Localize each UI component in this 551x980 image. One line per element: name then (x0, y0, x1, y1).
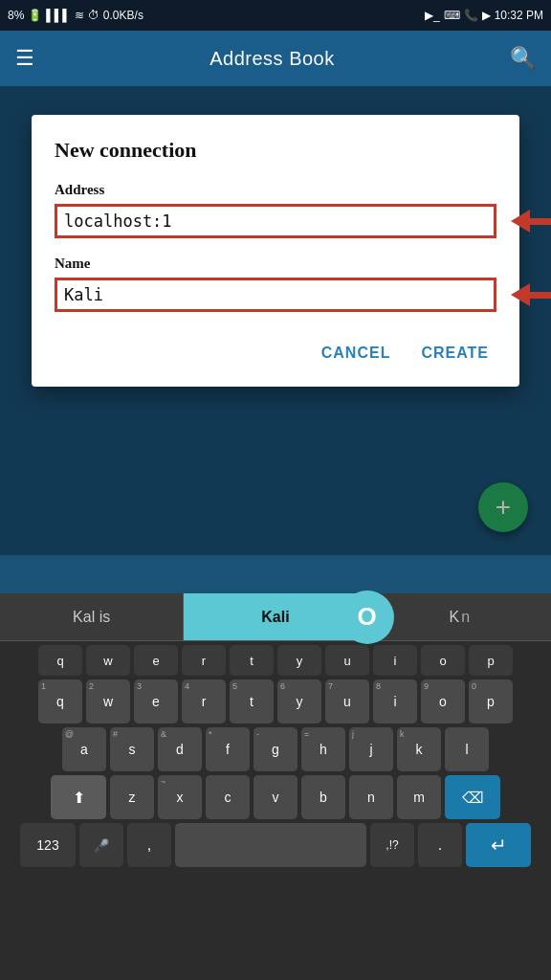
key-9[interactable]: o (421, 645, 465, 676)
name-input-wrapper (55, 278, 496, 312)
key-h[interactable]: =h (301, 727, 345, 771)
dialog-overlay: New connection Address Name CANCEL (0, 86, 551, 555)
key-o[interactable]: 9o (421, 679, 465, 724)
key-5[interactable]: t (230, 645, 274, 676)
suggestion-k[interactable]: K n (368, 593, 551, 640)
address-input[interactable] (55, 204, 496, 238)
search-icon[interactable]: 🔍 (510, 46, 536, 71)
suggestion-kali[interactable]: Kali O (184, 593, 367, 640)
status-right: ▶_ ⌨ 📞 ▶ 10:32 PM (425, 9, 543, 22)
terminal-icon: ▶_ (425, 9, 440, 22)
key-c[interactable]: c (206, 775, 250, 819)
key-0[interactable]: p (469, 645, 513, 676)
key-e[interactable]: 3e (134, 679, 178, 724)
data-speed: 0.0KB/s (103, 9, 143, 22)
name-input[interactable] (55, 278, 496, 312)
key-b[interactable]: b (301, 775, 345, 819)
key-v[interactable]: v (253, 775, 298, 819)
key-y[interactable]: 6y (277, 679, 321, 724)
key-t[interactable]: 5t (230, 679, 274, 724)
cursor-circle: O (341, 590, 394, 644)
key-8[interactable]: i (373, 645, 417, 676)
status-bar: 8% 🔋 ▌▌▌ ≋ ⏱ 0.0KB/s ▶_ ⌨ 📞 ▶ 10:32 PM (0, 0, 551, 31)
comma-key[interactable]: , (127, 823, 171, 867)
phone-icon: 📞 (464, 9, 478, 22)
key-u[interactable]: 7u (325, 679, 369, 724)
name-label: Name (55, 256, 496, 272)
key-n[interactable]: n (349, 775, 393, 819)
create-button[interactable]: CREATE (413, 335, 496, 371)
number-row: q w e r t y u i o p (2, 645, 549, 676)
key-3[interactable]: e (134, 645, 178, 676)
key-i[interactable]: 8i (373, 679, 417, 724)
key-w[interactable]: 2w (86, 679, 130, 724)
num-switch-key[interactable]: 123 (20, 823, 76, 867)
key-4[interactable]: r (182, 645, 226, 676)
alpha-row2: @a #s &d *f -g =h jj kk (2, 727, 549, 771)
suggestion-kal-is[interactable]: Kal is (0, 593, 184, 640)
address-arrow-annotation (511, 210, 551, 233)
app-title: Address Book (209, 48, 335, 70)
key-2[interactable]: w (86, 645, 130, 676)
key-j[interactable]: jj (349, 727, 393, 771)
key-x[interactable]: ~x (158, 775, 202, 819)
backspace-key[interactable]: ⌫ (445, 775, 500, 819)
key-z[interactable]: z (110, 775, 154, 819)
key-k[interactable]: kk (397, 727, 441, 771)
time-display: 10:32 PM (495, 9, 543, 22)
space-key[interactable] (175, 823, 366, 867)
shift-key[interactable]: ⬆ (51, 775, 106, 819)
cancel-button[interactable]: CANCEL (314, 335, 399, 371)
battery-icon: 🔋 (28, 9, 42, 22)
youtube-icon: ▶ (482, 9, 491, 22)
key-g[interactable]: -g (253, 727, 298, 771)
bottom-row: 123 🎤 , ,!? . ↵ (2, 823, 549, 867)
key-7[interactable]: u (325, 645, 369, 676)
key-r[interactable]: 4r (182, 679, 226, 724)
keyboard: Kal is Kali O K n q w e r t y u i o p 1q (0, 593, 551, 980)
key-1[interactable]: q (38, 645, 82, 676)
key-q[interactable]: 1q (38, 679, 82, 724)
key-l[interactable]: l (445, 727, 489, 771)
period-key[interactable]: . (418, 823, 462, 867)
status-left: 8% 🔋 ▌▌▌ ≋ ⏱ 0.0KB/s (8, 9, 143, 22)
special-chars-key[interactable]: ,!? (370, 823, 414, 867)
keyboard-icon: ⌨ (444, 9, 460, 22)
address-label: Address (55, 182, 496, 198)
keys-container: q w e r t y u i o p 1q 2w 3e 4r (0, 641, 551, 980)
key-p[interactable]: 0p (469, 679, 513, 724)
app-bar: ☰ Address Book 🔍 (0, 31, 551, 86)
suggestion-bar: Kal is Kali O K n (0, 593, 551, 641)
dialog-title: New connection (55, 138, 496, 163)
key-6[interactable]: y (277, 645, 321, 676)
key-d[interactable]: &d (158, 727, 202, 771)
new-connection-dialog: New connection Address Name CANCEL (32, 115, 519, 387)
mic-key[interactable]: 🎤 (79, 823, 123, 867)
key-m[interactable]: m (397, 775, 441, 819)
alpha-row3: ⬆ z ~x c v b n m ⌫ (2, 775, 549, 819)
name-arrow-annotation (511, 283, 551, 306)
key-a[interactable]: @a (62, 727, 106, 771)
enter-key[interactable]: ↵ (466, 823, 531, 867)
wifi-icon: ≋ (75, 9, 84, 22)
address-input-wrapper (55, 204, 496, 238)
key-f[interactable]: *f (206, 727, 250, 771)
battery-percent: 8% (8, 9, 24, 22)
key-s[interactable]: #s (110, 727, 154, 771)
dialog-actions: CANCEL CREATE (55, 335, 496, 371)
hamburger-menu-icon[interactable]: ☰ (15, 46, 34, 71)
signal-icon: ▌▌▌ (46, 9, 71, 22)
alpha-row1: 1q 2w 3e 4r 5t 6y 7u 8i (2, 679, 549, 724)
clock-icon: ⏱ (88, 9, 99, 22)
